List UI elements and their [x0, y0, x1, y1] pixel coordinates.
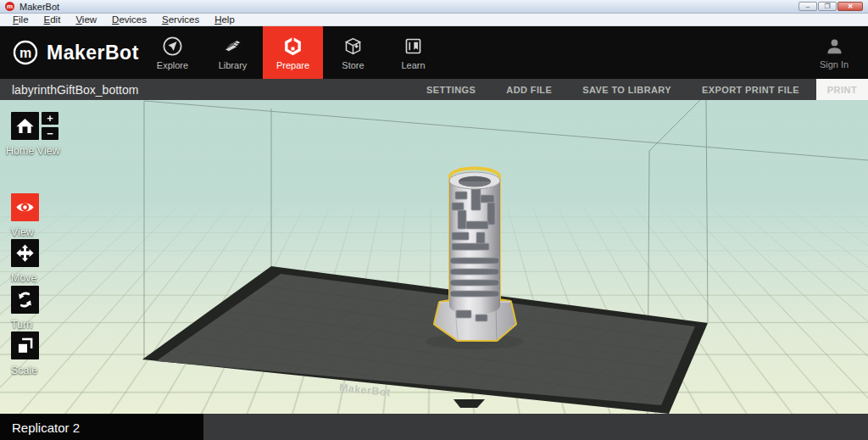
turn-tool-label: Turn	[11, 319, 39, 331]
eye-icon	[14, 196, 36, 219]
nav-store-label: Store	[342, 60, 364, 70]
makerbot-app-icon: m	[5, 2, 14, 11]
minimize-button[interactable]: –	[798, 2, 817, 11]
scale-tool: Scale	[11, 331, 39, 376]
home-view-label: Home View	[6, 145, 60, 157]
file-toolbar: labyrinthGiftBox_bottom SETTINGS ADD FIL…	[0, 79, 868, 100]
nav-explore[interactable]: Explore	[142, 26, 203, 79]
scale-tool-button[interactable]	[11, 331, 39, 359]
zoom-out-button[interactable]: −	[42, 127, 58, 140]
move-arrows-icon	[14, 242, 36, 265]
makerbot-desktop-window: m MakerBot – ❐ ✕ File Edit View Devices …	[0, 0, 868, 440]
user-icon	[824, 36, 845, 58]
window-titlebar: m MakerBot – ❐ ✕	[0, 0, 868, 14]
menu-view[interactable]: View	[68, 14, 104, 25]
maximize-button[interactable]: ❐	[818, 2, 837, 11]
file-actions: SETTINGS ADD FILE SAVE TO LIBRARY EXPORT…	[426, 85, 799, 95]
menu-help[interactable]: Help	[207, 14, 242, 25]
move-tool-label: Move	[11, 272, 39, 284]
nav-prepare[interactable]: Prepare	[263, 26, 323, 79]
build-scene: MakerBot	[0, 100, 868, 414]
menu-bar: File Edit View Devices Services Help	[0, 14, 868, 26]
status-bar: Replicator 2	[0, 414, 868, 440]
view-tool-label: View	[11, 226, 39, 238]
makerbot-logo-icon: m	[12, 39, 39, 66]
brand-wordmark: MakerBot	[47, 42, 139, 64]
nav-learn-label: Learn	[401, 60, 425, 70]
move-tool: Move	[11, 239, 39, 284]
nav-learn[interactable]: Learn	[383, 26, 443, 79]
export-print-file-button[interactable]: EXPORT PRINT FILE	[702, 85, 799, 95]
build-plate: MakerBot	[142, 266, 708, 414]
rotate-icon	[14, 288, 36, 311]
menu-file[interactable]: File	[5, 14, 36, 25]
learn-icon	[402, 35, 425, 58]
open-file-name: labyrinthGiftBox_bottom	[12, 83, 426, 97]
view-tool-button[interactable]	[11, 193, 39, 221]
prepare-icon	[281, 35, 304, 58]
3d-viewport[interactable]: MakerBot	[0, 100, 868, 414]
sign-in-button[interactable]: Sign In	[807, 26, 861, 79]
add-file-button[interactable]: ADD FILE	[506, 85, 552, 95]
move-tool-button[interactable]	[11, 239, 39, 267]
window-title: MakerBot	[19, 2, 798, 12]
home-view-button[interactable]	[11, 112, 39, 140]
nav-library-label: Library	[219, 60, 248, 70]
menu-edit[interactable]: Edit	[36, 14, 69, 25]
view-tool: View	[11, 193, 39, 238]
turn-tool: Turn	[11, 286, 39, 331]
main-nav-bar: m MakerBot Explore L	[0, 26, 868, 79]
home-view-tool: + − Home View	[11, 112, 60, 157]
close-button[interactable]: ✕	[837, 2, 863, 11]
zoom-in-button[interactable]: +	[42, 112, 58, 125]
store-icon	[342, 35, 364, 58]
device-selector[interactable]: Replicator 2	[0, 414, 203, 440]
explore-icon	[161, 35, 184, 58]
model-labyrinth-giftbox[interactable]	[426, 169, 524, 350]
save-to-library-button[interactable]: SAVE TO LIBRARY	[582, 85, 671, 95]
menu-devices[interactable]: Devices	[104, 14, 154, 25]
scale-tool-label: Scale	[11, 365, 39, 376]
print-button[interactable]: PRINT	[816, 79, 868, 100]
nav-library[interactable]: Library	[203, 26, 263, 79]
device-name: Replicator 2	[12, 421, 80, 435]
nav-prepare-label: Prepare	[276, 60, 309, 70]
turn-tool-button[interactable]	[11, 286, 39, 314]
nav-explore-label: Explore	[157, 60, 188, 70]
nav-items: Explore Library Prepare	[142, 26, 443, 79]
sign-in-label: Sign In	[820, 59, 849, 70]
svg-text:m: m	[19, 46, 31, 60]
makerbot-logo: m MakerBot	[12, 39, 139, 66]
menu-services[interactable]: Services	[154, 14, 207, 25]
nav-store[interactable]: Store	[323, 26, 383, 79]
scale-icon	[14, 334, 36, 357]
library-icon	[221, 35, 244, 58]
home-icon	[14, 114, 36, 137]
settings-button[interactable]: SETTINGS	[426, 85, 476, 95]
